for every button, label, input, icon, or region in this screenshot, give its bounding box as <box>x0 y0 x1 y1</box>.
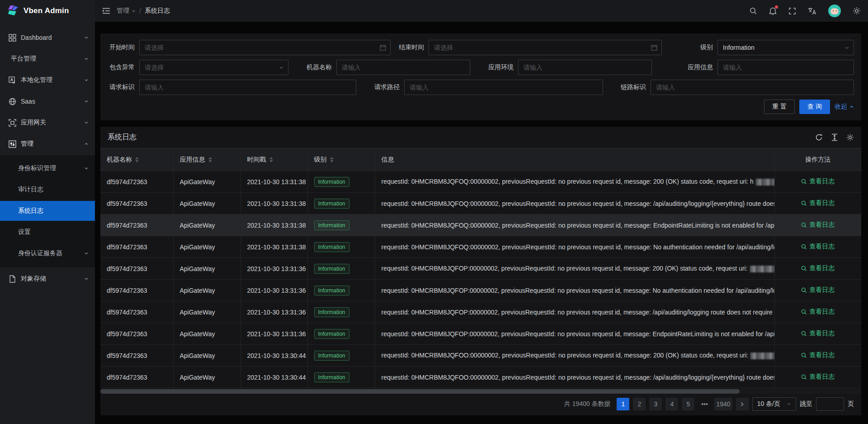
page-size-select[interactable]: 10 条/页 <box>752 397 796 411</box>
column-header[interactable]: 机器名称 <box>100 148 173 171</box>
table-row[interactable]: df5974d72363 ApiGateWay 2021-10-30 13:31… <box>100 301 861 323</box>
translate-icon[interactable] <box>808 7 816 15</box>
table-title: 系统日志 <box>108 133 137 142</box>
cell-action: 查看日志 <box>774 214 861 236</box>
table-row[interactable]: df5974d72363 ApiGateWay 2021-10-30 13:31… <box>100 258 861 280</box>
table-row[interactable]: df5974d72363 ApiGateWay 2021-10-30 13:31… <box>100 323 861 345</box>
page-button-last[interactable]: 1940 <box>714 398 732 410</box>
breadcrumb-parent[interactable]: 管理 <box>117 7 136 15</box>
cell-message: requestId: 0HMCRBM8JQFOP:00000002, previ… <box>375 280 774 301</box>
page-button[interactable]: 5 <box>682 398 694 410</box>
start-time-input[interactable] <box>139 40 391 55</box>
magnifier-icon <box>801 374 807 380</box>
sidebar-item-auth-server[interactable]: 身份认证服务器 <box>0 243 95 263</box>
breadcrumb-separator: / <box>139 7 141 14</box>
column-header[interactable]: 应用信息 <box>173 148 241 171</box>
sidebar-item-object-storage[interactable]: 对象存储 <box>0 269 95 289</box>
page-button[interactable]: 2 <box>633 398 646 410</box>
request-path-input[interactable] <box>404 80 603 95</box>
machine-name-input[interactable] <box>336 60 470 75</box>
table-row[interactable]: df5974d72363 ApiGateWay 2021-10-30 13:30… <box>100 345 861 367</box>
next-page-button[interactable] <box>736 398 749 410</box>
trace-id-input[interactable] <box>651 80 854 95</box>
sort-icon[interactable] <box>208 157 212 162</box>
sidebar-item-identity-management[interactable]: 身份标识管理 <box>0 158 95 178</box>
level-tag: Information <box>314 307 349 317</box>
column-header[interactable]: 信息 <box>375 148 774 171</box>
sort-icon[interactable] <box>330 157 334 162</box>
sidebar-collapse-icon[interactable] <box>102 7 110 14</box>
sidebar-item-platform[interactable]: 平台管理 <box>0 49 95 69</box>
page-button-active[interactable]: 1 <box>617 398 629 410</box>
sort-icon[interactable] <box>135 157 139 162</box>
environment-input[interactable] <box>518 60 652 75</box>
sidebar-item-settings[interactable]: 设置 <box>0 222 95 242</box>
sort-icon[interactable] <box>269 157 273 162</box>
row-height-icon[interactable] <box>831 133 838 141</box>
cell-action: 查看日志 <box>774 236 861 258</box>
jump-page-input[interactable] <box>816 397 844 411</box>
top-header: 管理 / 系统日志 <box>95 0 868 22</box>
table-row[interactable]: df5974d72363 ApiGateWay 2021-10-30 13:31… <box>100 193 861 214</box>
main-area: 管理 / 系统日志 <box>95 0 868 424</box>
exception-select[interactable] <box>139 60 288 75</box>
sidebar-item-label: 应用网关 <box>21 119 84 127</box>
view-log-button[interactable]: 查看日志 <box>801 351 835 359</box>
view-log-button[interactable]: 查看日志 <box>801 199 835 207</box>
sidebar-item-gateway[interactable]: 应用网关 <box>0 113 95 133</box>
table-row[interactable]: df5974d72363 ApiGateWay 2021-10-30 13:31… <box>100 236 861 258</box>
sidebar-item-saas[interactable]: Saas <box>0 91 95 111</box>
column-header[interactable]: 时间戳 <box>241 148 307 171</box>
page-button[interactable]: 4 <box>665 398 678 410</box>
saas-globe-icon <box>8 98 17 105</box>
magnifier-icon <box>801 266 807 272</box>
logo[interactable]: Vben Admin <box>0 0 95 22</box>
app-info-input[interactable] <box>717 60 854 75</box>
bell-icon[interactable] <box>769 7 777 15</box>
request-id-input[interactable] <box>139 80 356 95</box>
page-button[interactable]: 3 <box>649 398 662 410</box>
view-log-button[interactable]: 查看日志 <box>801 243 835 251</box>
view-log-button[interactable]: 查看日志 <box>801 264 835 272</box>
view-log-button[interactable]: 查看日志 <box>801 286 835 294</box>
pagination-ellipsis: ••• <box>698 398 711 410</box>
level-select[interactable] <box>717 40 854 55</box>
sidebar-item-dashboard[interactable]: Dashboard <box>0 28 95 48</box>
column-settings-gear-icon[interactable] <box>846 133 854 141</box>
scrollbar-thumb[interactable] <box>100 389 740 394</box>
horizontal-scrollbar[interactable] <box>100 389 861 394</box>
table-toolbar <box>815 133 854 141</box>
sidebar-item-manage[interactable]: 管理 <box>0 134 95 154</box>
gear-icon[interactable] <box>853 7 861 15</box>
sidebar-item-localization[interactable]: 本地化管理 <box>0 70 95 90</box>
table-row[interactable]: df5974d72363 ApiGateWay 2021-10-30 13:31… <box>100 280 861 301</box>
field-label: 结束时间 <box>397 43 429 52</box>
fullscreen-icon[interactable] <box>788 7 796 15</box>
cell-app-info: ApiGateWay <box>173 280 241 301</box>
end-time-input[interactable] <box>429 40 662 55</box>
table-row[interactable]: df5974d72363 ApiGateWay 2021-10-30 13:31… <box>100 171 861 193</box>
view-log-button[interactable]: 查看日志 <box>801 329 835 338</box>
cell-message: requestId: 0HMCRBM8JQFOP:00000002, previ… <box>375 323 774 345</box>
table-row[interactable]: df5974d72363 ApiGateWay 2021-10-30 13:31… <box>100 214 861 236</box>
jump-label: 跳至 <box>800 400 812 408</box>
filter-field-start-time: 开始时间 <box>108 40 391 55</box>
level-tag: Information <box>314 242 349 252</box>
view-log-button[interactable]: 查看日志 <box>801 177 835 186</box>
view-log-button[interactable]: 查看日志 <box>801 308 835 316</box>
chevron-down-icon <box>84 276 89 281</box>
refresh-icon[interactable] <box>815 133 823 141</box>
view-log-button[interactable]: 查看日志 <box>801 373 835 381</box>
table-row[interactable]: df5974d72363 ApiGateWay 2021-10-30 13:30… <box>100 367 861 388</box>
sidebar-item-audit-log[interactable]: 审计日志 <box>0 180 95 200</box>
search-button[interactable]: 查 询 <box>799 100 830 114</box>
search-icon[interactable] <box>750 7 757 15</box>
chevron-right-icon <box>740 402 744 407</box>
sidebar-item-system-log[interactable]: 系统日志 <box>0 201 95 221</box>
avatar[interactable] <box>828 5 841 17</box>
collapse-filter-link[interactable]: 收起 <box>835 103 854 111</box>
column-header[interactable]: 操作方法 <box>774 148 861 171</box>
column-header[interactable]: 级别 <box>307 148 375 171</box>
view-log-button[interactable]: 查看日志 <box>801 221 835 229</box>
reset-button[interactable]: 重 置 <box>764 100 795 114</box>
